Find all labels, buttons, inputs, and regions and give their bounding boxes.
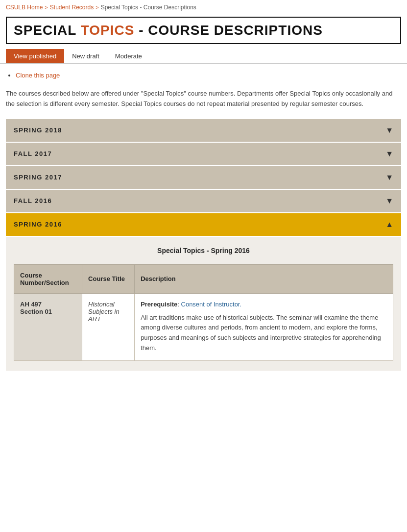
accordion-chevron-spring-2018: ▼	[385, 126, 393, 135]
accordion-body-spring-2016: Special Topics - Spring 2016 Course Numb…	[6, 237, 401, 371]
accordion-chevron-fall-2016: ▼	[385, 197, 393, 205]
breadcrumb-records[interactable]: Student Records	[50, 4, 94, 11]
accordion-spring-2018: SPRING 2018 ▼	[6, 119, 401, 143]
title-part1: SPECIAL	[14, 23, 81, 38]
course-description-cell: Prerequisite: Consent of Instructor. All…	[135, 293, 393, 360]
intro-text: The courses described below are offered …	[0, 84, 407, 119]
col-header-title: Course Title	[82, 264, 135, 293]
table-row: AH 497 Section 01 Historical Subjects in…	[14, 293, 393, 360]
accordion-container: SPRING 2018 ▼ FALL 2017 ▼ SPRING 2017 ▼ …	[6, 119, 401, 371]
accordion-fall-2017: FALL 2017 ▼	[6, 143, 401, 166]
clone-section: Clone this page	[0, 70, 407, 84]
breadcrumb-current: Special Topics - Course Descriptions	[101, 4, 196, 11]
accordion-label-spring-2016: SPRING 2016	[14, 221, 62, 228]
accordion-chevron-spring-2017: ▼	[385, 173, 393, 182]
breadcrumb-home[interactable]: CSULB Home	[6, 4, 43, 11]
course-section-label: Section 01	[20, 308, 52, 315]
prereq-value[interactable]: Consent of Instructor.	[181, 301, 242, 308]
tabs-bar: View published New draft Moderate	[0, 49, 407, 64]
prereq-line: Prerequisite: Consent of Instructor.	[141, 301, 387, 308]
course-number-cell: AH 497 Section 01	[14, 293, 82, 360]
page-title-box: SPECIAL TOPICS - COURSE DESCRIPTIONS	[6, 17, 401, 44]
description-body: All art traditions make use of historica…	[141, 313, 387, 354]
accordion-header-spring-2016[interactable]: SPRING 2016 ▲	[6, 213, 401, 237]
breadcrumb: CSULB Home > Student Records > Special T…	[0, 0, 407, 15]
table-header-row: Course Number/Section Course Title Descr…	[14, 264, 393, 293]
prereq-label: Prerequisite	[141, 301, 177, 308]
accordion-header-fall-2017[interactable]: FALL 2017 ▼	[6, 143, 401, 166]
col-header-number: Course Number/Section	[14, 264, 82, 293]
accordion-label-fall-2017: FALL 2017	[14, 150, 52, 157]
accordion-label-fall-2016: FALL 2016	[14, 197, 52, 204]
title-part2: TOPICS	[81, 23, 135, 38]
course-number-label: AH 497	[20, 301, 42, 308]
col-header-description: Description	[135, 264, 393, 293]
breadcrumb-sep2: >	[96, 4, 98, 10]
course-title-cell: Historical Subjects in ART	[82, 293, 135, 360]
accordion-fall-2016: FALL 2016 ▼	[6, 190, 401, 213]
accordion-header-spring-2018[interactable]: SPRING 2018 ▼	[6, 119, 401, 143]
page-title: SPECIAL TOPICS - COURSE DESCRIPTIONS	[14, 23, 393, 38]
accordion-spring-2017: SPRING 2017 ▼	[6, 166, 401, 190]
clone-link[interactable]: Clone this page	[16, 72, 60, 79]
intro-paragraph: The courses described below are offered …	[6, 89, 401, 109]
course-table: Course Number/Section Course Title Descr…	[14, 264, 393, 361]
title-part3: - COURSE DESCRIPTIONS	[134, 23, 322, 38]
accordion-spring-2016: SPRING 2016 ▲ Special Topics - Spring 20…	[6, 213, 401, 371]
tab-moderate[interactable]: Moderate	[107, 49, 150, 63]
tab-new-draft[interactable]: New draft	[64, 49, 107, 63]
accordion-chevron-fall-2017: ▼	[385, 150, 393, 158]
accordion-chevron-spring-2016: ▲	[385, 220, 393, 229]
accordion-header-spring-2017[interactable]: SPRING 2017 ▼	[6, 166, 401, 190]
accordion-label-spring-2017: SPRING 2017	[14, 174, 62, 181]
accordion-header-fall-2016[interactable]: FALL 2016 ▼	[6, 190, 401, 213]
section-table-title: Special Topics - Spring 2016	[14, 247, 393, 254]
tab-view-published[interactable]: View published	[6, 49, 64, 63]
breadcrumb-sep1: >	[45, 4, 48, 10]
accordion-label-spring-2018: SPRING 2018	[14, 127, 62, 134]
